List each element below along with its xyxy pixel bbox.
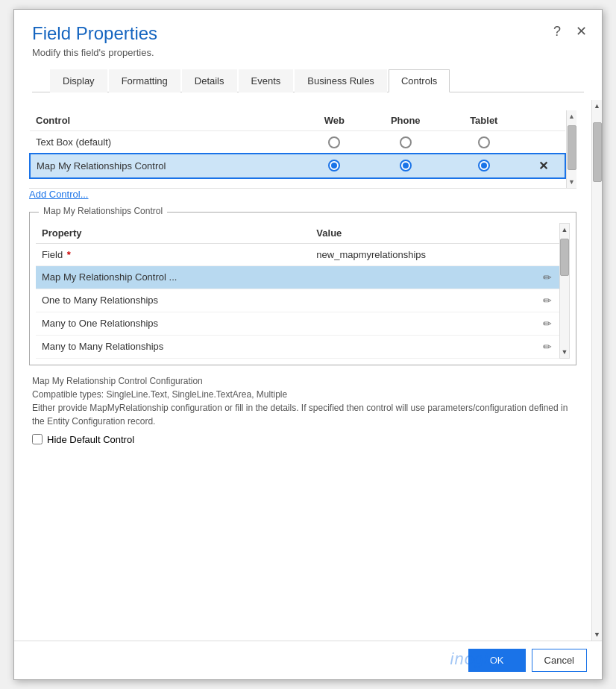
col-tablet: Tablet xyxy=(445,110,522,131)
prop-value xyxy=(310,335,537,358)
edit-pencil-icon[interactable]: ✏ xyxy=(543,271,552,283)
edit-pencil-icon[interactable]: ✏ xyxy=(543,295,552,306)
radio-dot-phone xyxy=(403,163,409,169)
hide-default-checkbox[interactable] xyxy=(32,434,43,444)
table-row[interactable]: Map My Relationships Control xyxy=(30,154,565,178)
info-line2: Compatible types: SingleLine.Text, Singl… xyxy=(32,389,287,400)
tabs-bar: Display Formatting Details Events Busine… xyxy=(32,69,584,92)
scroll-thumb[interactable] xyxy=(568,125,576,170)
radio-circle-tablet[interactable] xyxy=(478,136,490,148)
prop-row[interactable]: Many to One Relationships ✏ xyxy=(36,312,559,335)
controls-table-area: Control Web Phone Tablet Tex xyxy=(29,110,576,189)
prop-name: Many to One Relationships xyxy=(36,312,310,335)
outer-scroll-down[interactable]: ▼ xyxy=(592,629,602,641)
radio-circle-phone[interactable] xyxy=(400,136,412,148)
close-button[interactable]: ✕ xyxy=(573,23,590,40)
prop-edit-cell[interactable]: ✏ xyxy=(537,289,559,312)
outer-scrollbar[interactable]: ▲ ▼ xyxy=(591,100,602,641)
radio-circle-web[interactable] xyxy=(328,136,340,148)
radio-filled-tablet[interactable] xyxy=(478,160,490,172)
prop-edit-cell[interactable]: ✏ xyxy=(537,335,559,358)
prop-row[interactable]: Field * new_mapmyrelationships xyxy=(36,243,559,265)
col-web: Web xyxy=(304,110,365,131)
add-control-link[interactable]: Add Control... xyxy=(29,189,89,200)
prop-row-selected[interactable]: Map My Relationship Control ... ✏ xyxy=(36,265,559,289)
control-name-selected: Map My Relationships Control xyxy=(30,154,304,178)
prop-row[interactable]: Many to Many Relationships ✏ xyxy=(36,335,559,358)
info-text: Map My Relationship Control Configuratio… xyxy=(29,374,576,428)
radio-tablet-filled[interactable] xyxy=(445,154,522,178)
dialog-body: Control Web Phone Tablet Tex xyxy=(14,100,602,641)
delete-cell xyxy=(522,131,565,154)
prop-row[interactable]: One to Many Relationships ✏ xyxy=(36,289,559,312)
field-properties-dialog: Field Properties Modify this field's pro… xyxy=(13,9,603,680)
prop-scroll-up[interactable]: ▲ xyxy=(560,224,570,236)
prop-name: Field * xyxy=(36,243,310,265)
properties-table-wrapper: Property Value Field xyxy=(36,223,559,359)
tab-business-rules[interactable]: Business Rules xyxy=(295,69,387,92)
hide-default-row: Hide Default Control xyxy=(29,434,576,445)
properties-panel: Map My Relationships Control Property Va… xyxy=(29,212,576,365)
properties-inner: Property Value Field xyxy=(30,213,576,365)
prop-value xyxy=(310,289,537,312)
radio-filled-phone[interactable] xyxy=(400,160,412,172)
tab-display[interactable]: Display xyxy=(50,69,107,92)
table-row[interactable]: Text Box (default) xyxy=(30,131,565,154)
prop-scroll-down[interactable]: ▼ xyxy=(560,346,570,358)
prop-scroll-thumb[interactable] xyxy=(560,239,569,276)
delete-cell-active[interactable]: ✕ xyxy=(522,154,565,178)
dialog-subtitle: Modify this field's properties. xyxy=(32,47,584,58)
prop-edit-cell[interactable]: ✏ xyxy=(537,312,559,335)
main-scroll-area: Control Web Phone Tablet Tex xyxy=(14,100,602,641)
table-content: Control Web Phone Tablet Tex xyxy=(29,110,566,188)
scroll-up-arrow[interactable]: ▲ xyxy=(567,110,576,122)
properties-legend: Map My Relationships Control xyxy=(39,206,167,216)
edit-pencil-icon[interactable]: ✏ xyxy=(543,318,552,330)
delete-icon[interactable]: ✕ xyxy=(538,160,548,172)
col-delete xyxy=(522,110,565,131)
dialog-header: Field Properties Modify this field's pro… xyxy=(14,10,602,100)
main-content: Control Web Phone Tablet Tex xyxy=(14,100,591,641)
radio-dot-tablet xyxy=(481,163,487,169)
dialog-title: Field Properties xyxy=(32,23,584,44)
tab-controls[interactable]: Controls xyxy=(389,69,450,92)
prop-value: new_mapmyrelationships xyxy=(310,243,537,265)
prop-value-selected xyxy=(310,265,537,289)
prop-name: Many to Many Relationships xyxy=(36,335,310,358)
info-line1: Map My Relationship Control Configuratio… xyxy=(32,376,203,386)
dialog-footer: inogic OK Cancel xyxy=(14,641,602,679)
edit-pencil-icon[interactable]: ✏ xyxy=(543,341,552,353)
ok-button[interactable]: OK xyxy=(468,649,526,672)
prop-col-edit xyxy=(537,223,559,244)
radio-phone[interactable] xyxy=(365,131,445,154)
tab-events[interactable]: Events xyxy=(239,69,294,92)
radio-web-filled[interactable] xyxy=(304,154,365,178)
prop-col-property: Property xyxy=(36,223,310,244)
hide-default-label: Hide Default Control xyxy=(47,434,134,445)
properties-table: Property Value Field xyxy=(36,223,559,359)
col-control: Control xyxy=(30,110,304,131)
info-line3: Either provide MapMyRelationship configu… xyxy=(32,403,568,427)
tab-formatting[interactable]: Formatting xyxy=(109,69,180,92)
cancel-button[interactable]: Cancel xyxy=(532,649,587,672)
prop-edit-cell[interactable]: ✏ xyxy=(537,265,559,289)
help-button[interactable]: ? xyxy=(550,23,564,40)
col-phone: Phone xyxy=(365,110,445,131)
outer-scroll-up[interactable]: ▲ xyxy=(592,100,602,112)
radio-tablet[interactable] xyxy=(445,131,522,154)
radio-web[interactable] xyxy=(304,131,365,154)
prop-value xyxy=(310,312,537,335)
outer-scroll-thumb[interactable] xyxy=(593,122,602,182)
prop-edit-cell xyxy=(537,243,559,265)
radio-dot-web xyxy=(331,163,337,169)
table-scrollbar[interactable]: ▲ ▼ xyxy=(566,110,576,188)
radio-phone-filled[interactable] xyxy=(365,154,445,178)
prop-scrollbar[interactable]: ▲ ▼ xyxy=(559,223,570,359)
scroll-down-arrow[interactable]: ▼ xyxy=(567,176,576,188)
tab-details[interactable]: Details xyxy=(182,69,237,92)
radio-filled-web[interactable] xyxy=(328,160,340,172)
controls-table: Control Web Phone Tablet Tex xyxy=(29,110,566,179)
dialog-controls-top: ? ✕ xyxy=(550,23,590,40)
prop-name: One to Many Relationships xyxy=(36,289,310,312)
required-star: * xyxy=(67,249,71,260)
